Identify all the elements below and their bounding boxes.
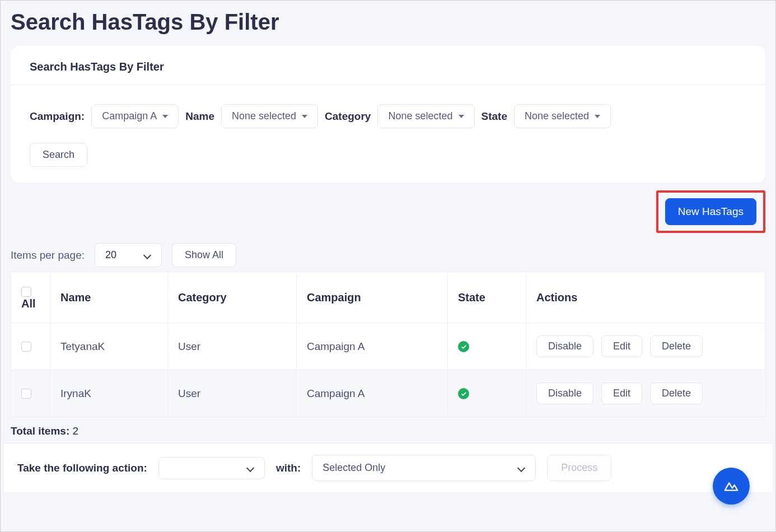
- bulk-with-label: with:: [276, 462, 301, 474]
- table-row: IrynaK User Campaign A Disable Edit Dele…: [11, 370, 765, 417]
- list-controls: Items per page: 20 Show All: [11, 243, 765, 267]
- cell-state: [448, 323, 526, 370]
- chevron-down-icon: [517, 464, 525, 472]
- col-campaign: Campaign: [297, 272, 448, 323]
- cell-state: [448, 370, 526, 417]
- state-dropdown-value: None selected: [525, 110, 589, 122]
- col-all-label: All: [21, 297, 36, 310]
- state-label: State: [482, 110, 507, 123]
- campaign-dropdown[interactable]: Campaign A: [91, 104, 179, 128]
- select-all-checkbox[interactable]: [21, 287, 31, 297]
- filter-card-body: Campaign: Campaign A Name None selected …: [11, 85, 765, 183]
- mountains-icon: [723, 478, 740, 494]
- filter-card: Search HasTags By Filter Campaign: Campa…: [11, 46, 765, 183]
- filter-row: Campaign: Campaign A Name None selected …: [30, 104, 746, 128]
- table-header-row: All Name Category Campaign State Actions: [11, 272, 765, 323]
- col-name: Name: [50, 272, 168, 323]
- chevron-down-icon: [143, 251, 151, 259]
- bulk-action-label: Take the following action:: [17, 462, 147, 474]
- chevron-down-icon: [246, 464, 254, 472]
- cell-category: User: [168, 323, 297, 370]
- show-all-button[interactable]: Show All: [172, 243, 236, 267]
- bulk-scope-select[interactable]: Selected Only: [312, 455, 536, 481]
- caret-down-icon: [162, 115, 168, 118]
- col-state: State: [448, 272, 526, 323]
- disable-button[interactable]: Disable: [536, 382, 593, 404]
- col-all: All: [11, 272, 50, 323]
- cell-campaign: Campaign A: [297, 370, 448, 417]
- bulk-scope-value: Selected Only: [322, 462, 385, 474]
- caret-down-icon: [595, 115, 600, 118]
- new-button-wrap: New HasTags: [11, 190, 765, 233]
- bulk-action-bar: Take the following action: with: Selecte…: [4, 443, 772, 492]
- disable-button[interactable]: Disable: [536, 335, 593, 357]
- category-dropdown[interactable]: None selected: [377, 104, 474, 128]
- edit-button[interactable]: Edit: [601, 335, 642, 357]
- process-button[interactable]: Process: [547, 455, 611, 481]
- state-active-icon: [458, 341, 469, 352]
- name-label: Name: [185, 110, 214, 123]
- row-checkbox[interactable]: [21, 342, 31, 352]
- caret-down-icon: [302, 115, 307, 118]
- category-dropdown-value: None selected: [388, 110, 452, 122]
- bulk-action-select[interactable]: [158, 457, 265, 479]
- campaign-dropdown-value: Campaign A: [102, 110, 157, 122]
- cell-campaign: Campaign A: [297, 323, 448, 370]
- total-items-value: 2: [73, 425, 79, 437]
- search-button[interactable]: Search: [30, 143, 87, 167]
- cell-category: User: [168, 370, 297, 417]
- col-actions: Actions: [526, 272, 765, 323]
- cell-name: TetyanaK: [50, 323, 168, 370]
- total-items-label: Total items:: [11, 425, 69, 437]
- campaign-label: Campaign:: [30, 110, 85, 123]
- table-row: TetyanaK User Campaign A Disable Edit De…: [11, 323, 765, 370]
- items-per-page-value: 20: [105, 249, 116, 261]
- edit-button[interactable]: Edit: [601, 382, 642, 404]
- state-active-icon: [458, 388, 469, 399]
- row-checkbox[interactable]: [21, 389, 31, 399]
- hastags-table: All Name Category Campaign State Actions…: [11, 272, 765, 417]
- new-hastags-button[interactable]: New HasTags: [665, 198, 756, 225]
- items-per-page-select[interactable]: 20: [95, 243, 162, 267]
- cell-name: IrynaK: [50, 370, 168, 417]
- total-items: Total items: 2: [11, 425, 765, 437]
- page-title: Search HasTags By Filter: [11, 10, 772, 35]
- category-label: Category: [325, 110, 371, 123]
- state-dropdown[interactable]: None selected: [514, 104, 611, 128]
- delete-button[interactable]: Delete: [650, 382, 703, 404]
- col-category: Category: [168, 272, 297, 323]
- name-dropdown-value: None selected: [232, 110, 296, 122]
- cell-actions: Disable Edit Delete: [526, 323, 765, 370]
- filter-card-header: Search HasTags By Filter: [11, 46, 765, 85]
- filter-card-heading: Search HasTags By Filter: [30, 60, 746, 73]
- floating-action-button[interactable]: [713, 468, 750, 505]
- delete-button[interactable]: Delete: [650, 335, 703, 357]
- name-dropdown[interactable]: None selected: [221, 104, 318, 128]
- caret-down-icon: [459, 115, 464, 118]
- highlight-frame: New HasTags: [656, 190, 765, 233]
- cell-actions: Disable Edit Delete: [526, 370, 765, 417]
- items-per-page-label: Items per page:: [11, 249, 85, 262]
